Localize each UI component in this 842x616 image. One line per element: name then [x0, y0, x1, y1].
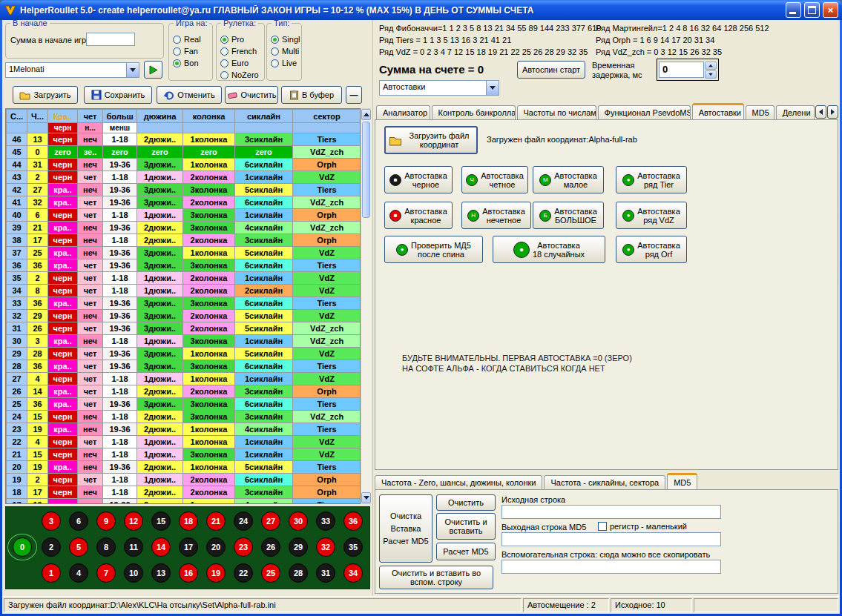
close-button[interactable]: × — [823, 2, 838, 18]
roulette-number-27[interactable]: 27 — [261, 511, 280, 531]
tab-analyzer[interactable]: Анализатор — [376, 105, 430, 119]
chevron-down-icon[interactable] — [486, 81, 499, 95]
scroll-up-icon[interactable] — [361, 109, 371, 120]
column-header[interactable]: Кра.. — [48, 110, 78, 123]
roulette-number-5[interactable]: 5 — [69, 537, 88, 557]
output-string-input[interactable] — [501, 532, 721, 546]
roulette-number-12[interactable]: 12 — [124, 511, 143, 531]
tab-freq-zero-chances[interactable]: Частота - Zero, шансы, дюжины, колонки — [375, 475, 542, 489]
tab-bankroll-control[interactable]: Контроль банкролла — [432, 105, 516, 119]
roulette-number-14[interactable]: 14 — [151, 537, 171, 557]
play-button[interactable] — [144, 61, 162, 79]
load-coordinates-button[interactable]: Загрузить файл координат — [384, 126, 478, 154]
radio-option-french[interactable]: French — [220, 45, 264, 57]
radio-option-euro[interactable]: Euro — [220, 57, 264, 69]
undo-button[interactable]: Отменить — [157, 86, 222, 104]
roulette-number-17[interactable]: 17 — [179, 537, 198, 557]
roulette-number-29[interactable]: 29 — [289, 537, 308, 557]
delay-increment-button[interactable] — [705, 62, 717, 70]
roulette-number-19[interactable]: 19 — [206, 563, 226, 583]
tab-freq-sixlines-sectors[interactable]: Частота - сиклайны, сектора — [544, 475, 665, 489]
save-button[interactable]: Сохранить — [84, 86, 152, 104]
roulette-number-33[interactable]: 33 — [316, 511, 335, 531]
roulette-number-10[interactable]: 10 — [124, 563, 143, 583]
md5-calc-button[interactable]: Расчет MD5 — [436, 543, 496, 560]
paste-to-aux-button[interactable]: Очистить и вставить во вспом. строку — [379, 566, 493, 589]
scrollbar-thumb[interactable] — [362, 122, 370, 218]
autobet-18-random-button[interactable]: ●Автоставка18 случайных — [493, 236, 605, 263]
roulette-number-0[interactable]: 0 — [13, 537, 32, 557]
roulette-number-6[interactable]: 6 — [69, 511, 88, 531]
roulette-number-2[interactable]: 2 — [42, 537, 61, 557]
table-scrollbar[interactable] — [361, 108, 372, 504]
roulette-number-36[interactable]: 36 — [343, 511, 363, 531]
roulette-number-3[interactable]: 3 — [42, 511, 61, 531]
column-header[interactable]: сиклайн — [235, 110, 293, 123]
tab-md5[interactable]: MD5 — [746, 105, 774, 119]
autobet-high-button[interactable]: БАвтоставкаБОЛЬШОЕ — [533, 202, 604, 229]
tab-division[interactable]: Делени — [776, 105, 815, 119]
roulette-number-32[interactable]: 32 — [316, 537, 335, 557]
roulette-number-24[interactable]: 24 — [234, 511, 253, 531]
column-header[interactable]: дюжина — [137, 110, 183, 123]
roulette-number-28[interactable]: 28 — [289, 563, 308, 583]
roulette-number-9[interactable]: 9 — [96, 511, 116, 531]
radio-option-real[interactable]: Real — [173, 33, 212, 45]
autobet-vdz-row-button[interactable]: ●Автоставкаряд VdZ — [616, 202, 687, 229]
autobet-low-button[interactable]: МАвтоставкамалое — [533, 166, 604, 193]
roulette-number-1[interactable]: 1 — [42, 563, 61, 583]
md5-clear-button[interactable]: Очистить — [436, 494, 496, 511]
clear-paste-calc-md5-button[interactable]: Очистка Вставка Расчет MD5 — [379, 494, 432, 563]
scroll-down-icon[interactable] — [361, 492, 371, 503]
delay-decrement-button[interactable] — [705, 70, 717, 79]
autobet-even-button[interactable]: ЧАвтоставкачетное — [461, 166, 528, 193]
source-string-input[interactable] — [501, 505, 721, 519]
radio-option-singl[interactable]: Singl — [271, 33, 301, 45]
column-header[interactable]: больш — [103, 110, 137, 123]
autobets-combobox[interactable]: Автоставки — [379, 80, 499, 96]
aux-string-input[interactable] — [501, 560, 721, 574]
column-header[interactable]: Ч... — [27, 110, 48, 123]
tab-psevdoms[interactable]: Функционал PsevdoMS — [598, 105, 691, 119]
autobet-odd-button[interactable]: НАвтоставканечетное — [461, 202, 531, 229]
chevron-down-icon[interactable] — [126, 63, 139, 77]
tabs-scroll-left-button[interactable] — [815, 105, 826, 119]
roulette-number-18[interactable]: 18 — [179, 511, 198, 531]
collapse-button[interactable]: — — [346, 86, 362, 104]
start-sum-input[interactable] — [86, 33, 135, 46]
autobet-black-button[interactable]: ■Автоставкачерное — [384, 166, 453, 193]
lowercase-checkbox[interactable] — [598, 522, 607, 531]
clear-button[interactable]: Очистить — [225, 86, 278, 104]
tab-number-frequencies[interactable]: Частоты по числам — [517, 105, 596, 119]
autospin-start-button[interactable]: Автоспин старт — [517, 61, 585, 79]
autobet-tier-row-button[interactable]: ●Автоставкаряд Tier — [616, 166, 687, 193]
roulette-number-25[interactable]: 25 — [261, 563, 280, 583]
roulette-number-7[interactable]: 7 — [96, 563, 116, 583]
roulette-number-8[interactable]: 8 — [96, 537, 116, 557]
delay-value-input[interactable]: 0 — [659, 62, 704, 78]
minimize-button[interactable] — [786, 2, 801, 18]
tabs-scroll-right-button[interactable] — [827, 105, 838, 119]
tab-autobets[interactable]: Автоставки — [692, 103, 744, 119]
roulette-number-13[interactable]: 13 — [151, 563, 171, 583]
autobet-red-button[interactable]: ■Автоставкакрасное — [384, 202, 453, 229]
roulette-number-15[interactable]: 15 — [151, 511, 171, 531]
radio-option-bon[interactable]: Bon — [173, 57, 212, 69]
strategy-combobox[interactable]: 1Melonati — [5, 62, 139, 78]
roulette-number-23[interactable]: 23 — [234, 537, 253, 557]
maximize-button[interactable] — [804, 2, 820, 18]
column-header[interactable]: С... — [7, 110, 27, 123]
roulette-number-31[interactable]: 31 — [316, 563, 335, 583]
roulette-number-22[interactable]: 22 — [234, 563, 253, 583]
radio-option-pro[interactable]: Pro — [220, 33, 264, 45]
autobet-orf-row-button[interactable]: ●Автоставкаряд Orf — [616, 236, 687, 263]
roulette-number-21[interactable]: 21 — [206, 511, 226, 531]
roulette-number-26[interactable]: 26 — [261, 537, 280, 557]
load-button[interactable]: Загрузить — [13, 86, 78, 104]
radio-option-multi[interactable]: Multi — [271, 45, 301, 57]
column-header[interactable]: чет — [78, 110, 103, 123]
column-header[interactable]: колонка — [183, 110, 235, 123]
roulette-number-20[interactable]: 20 — [206, 537, 226, 557]
tab-freq-md5[interactable]: MD5 — [667, 473, 697, 489]
roulette-number-34[interactable]: 34 — [343, 563, 363, 583]
